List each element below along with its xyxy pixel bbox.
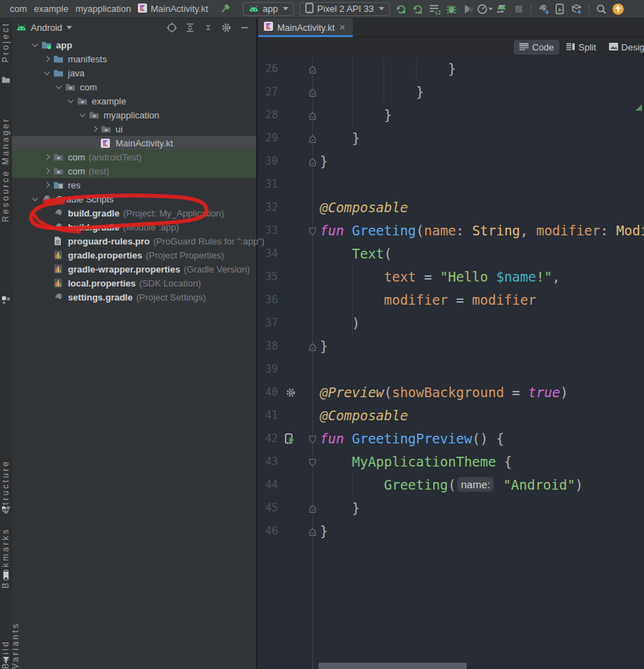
code-mode-button[interactable]: Code — [514, 40, 559, 55]
code-line[interactable]: 35 text = "Hello $name!", — [258, 265, 644, 289]
collapse-all-icon[interactable] — [200, 21, 216, 35]
tree-item[interactable]: MainActivity.kt — [12, 136, 256, 150]
code-line[interactable]: 41@Composable — [258, 404, 644, 427]
code-line[interactable]: 37 ) — [258, 312, 644, 335]
tree-item[interactable]: com — [12, 80, 256, 94]
tree-item[interactable]: com(test) — [12, 164, 256, 178]
tree-item[interactable]: example — [12, 94, 256, 108]
tree-item[interactable]: build.gradle(Project: My_Application) — [12, 206, 256, 220]
gear-icon[interactable] — [218, 21, 234, 35]
stripe-project[interactable]: Project — [1, 22, 10, 62]
split-mode-button[interactable]: Split — [561, 40, 601, 55]
horizontal-scrollbar[interactable] — [318, 663, 467, 669]
fold-marker-icon[interactable] — [308, 226, 317, 235]
fold-marker-icon[interactable] — [308, 504, 317, 513]
fold-marker-icon[interactable] — [308, 64, 317, 74]
structure-icon[interactable] — [1, 504, 10, 513]
coverage-run-icon[interactable] — [460, 1, 477, 17]
close-icon[interactable] — [339, 24, 346, 31]
tree-item[interactable]: gradle-wrapper.properties(Gradle Version… — [12, 262, 256, 276]
stop-icon[interactable] — [510, 1, 527, 17]
fold-marker-icon[interactable] — [308, 111, 317, 120]
code-line[interactable]: 46} — [258, 520, 644, 543]
preview-settings-gutter-icon[interactable] — [281, 381, 300, 404]
tree-item[interactable]: settings.gradle(Project Settings) — [12, 290, 256, 304]
breadcrumb-example[interactable]: example — [33, 4, 70, 14]
resource-manager-icon[interactable] — [1, 295, 10, 304]
tree-chevron-icon[interactable] — [42, 179, 53, 191]
profiler-icon[interactable] — [477, 1, 493, 17]
tree-chevron-icon[interactable] — [54, 81, 65, 92]
fold-marker-icon[interactable] — [308, 434, 317, 443]
fold-marker-icon[interactable] — [308, 134, 317, 143]
code-line[interactable]: 32@Composable — [258, 196, 644, 219]
project-view-selector[interactable]: Android — [31, 22, 62, 33]
code-line[interactable]: 40@Preview(showBackground = true) — [258, 381, 644, 404]
inspection-status-icon[interactable] — [636, 101, 642, 107]
code-line[interactable]: 30} — [258, 150, 644, 173]
tree-chevron-icon[interactable] — [30, 39, 41, 50]
hide-panel-icon[interactable] — [237, 21, 252, 35]
tree-item[interactable]: ui — [12, 122, 256, 136]
project-folder-icon[interactable] — [1, 74, 10, 83]
gradle-sync-icon[interactable] — [535, 1, 552, 17]
tab-mainactivity[interactable]: MainActivity.kt — [258, 18, 353, 36]
bookmarks-icon[interactable] — [1, 570, 10, 579]
tree-chevron-icon[interactable] — [42, 53, 53, 64]
tree-item[interactable]: java — [12, 66, 256, 80]
code-line[interactable]: 44 Greeting(name: "Android") — [258, 474, 644, 497]
code-line[interactable]: 28 } — [258, 104, 644, 127]
code-line[interactable]: 36 modifier = modifier — [258, 289, 644, 312]
code-line[interactable]: 34 Text( — [258, 242, 644, 265]
tree-chevron-icon[interactable] — [78, 109, 89, 120]
code-line[interactable]: 26 } — [258, 57, 644, 81]
tree-item[interactable]: proguard-rules.pro(ProGuard Rules for ":… — [12, 234, 256, 248]
search-icon[interactable] — [593, 1, 610, 17]
tree-chevron-icon[interactable] — [42, 67, 53, 78]
tree-item[interactable]: app — [12, 38, 256, 52]
fold-marker-icon[interactable] — [308, 457, 317, 467]
build-variants-icon[interactable] — [1, 654, 10, 663]
code-line[interactable]: 27 } — [258, 81, 644, 104]
tree-item[interactable]: myapplication — [12, 108, 256, 122]
fold-marker-icon[interactable] — [308, 157, 317, 166]
code-line[interactable]: 29 } — [258, 127, 644, 150]
device-manager-icon[interactable] — [552, 1, 568, 17]
sdk-manager-icon[interactable] — [568, 1, 585, 17]
sync-devices-icon[interactable] — [493, 1, 510, 17]
debug-icon[interactable] — [443, 1, 460, 17]
tree-item[interactable]: gradle.properties(Project Properties) — [12, 248, 256, 262]
fold-marker-icon[interactable] — [308, 527, 317, 536]
design-mode-button[interactable]: Design — [603, 40, 644, 55]
code-line[interactable]: 45 } — [258, 497, 644, 520]
fold-marker-icon[interactable] — [308, 342, 317, 351]
tree-item[interactable]: Gradle Scripts — [12, 192, 256, 206]
breadcrumb-com[interactable]: com — [8, 4, 29, 14]
tree-item[interactable]: build.gradle(Module :app) — [12, 220, 256, 234]
breadcrumb-myapplication[interactable]: myapplication — [74, 4, 133, 14]
run-preview-gutter-icon[interactable] — [281, 427, 300, 450]
updates-icon[interactable] — [610, 1, 626, 17]
code-line[interactable]: 31 — [258, 173, 644, 196]
tree-chevron-icon[interactable] — [42, 151, 53, 163]
tree-item[interactable]: com(androidTest) — [12, 150, 256, 164]
rerun-icon[interactable] — [393, 1, 410, 17]
device-selector[interactable]: Pixel 2 API 33 — [300, 2, 390, 16]
code-editor[interactable]: 26 }27 }28 }29 }30}3132@Composable33fun … — [258, 57, 644, 669]
code-line[interactable]: 39 — [258, 358, 644, 381]
tree-chevron-icon[interactable] — [90, 123, 101, 135]
locate-icon[interactable] — [164, 21, 179, 35]
tree-item[interactable]: res — [12, 178, 256, 192]
apply-code-changes-icon[interactable]: A — [410, 1, 426, 17]
fold-marker-icon[interactable] — [308, 88, 317, 97]
build-list-icon[interactable] — [426, 1, 443, 17]
code-line[interactable]: 33fun Greeting(name: String, modifier: M… — [258, 219, 644, 242]
tree-item[interactable]: manifests — [12, 52, 256, 66]
code-line[interactable]: 43 MyApplicationTheme { — [258, 450, 644, 474]
breadcrumb-mainactivity[interactable]: MainActivity.kt — [149, 4, 209, 14]
code-line[interactable]: 38} — [258, 335, 644, 358]
tree-chevron-icon[interactable] — [30, 193, 41, 205]
run-config-selector[interactable]: app — [243, 2, 294, 16]
hammer-icon[interactable] — [216, 1, 233, 17]
expand-all-icon[interactable] — [182, 21, 197, 35]
